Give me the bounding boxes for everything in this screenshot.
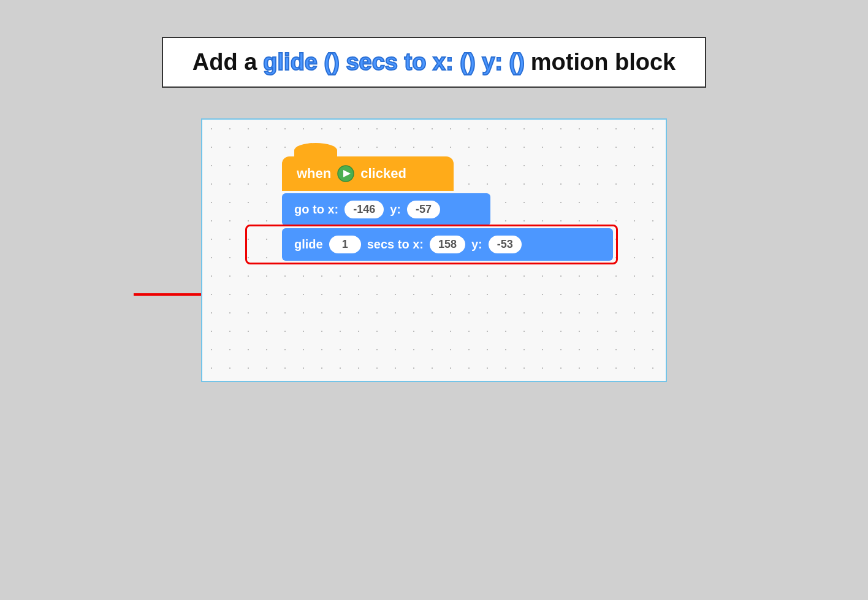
title-glide: glide () secs to x: () y: () [263, 49, 524, 75]
glide-block-wrapper: glide 1 secs to x: 158 y: -53 [282, 228, 613, 261]
glide-secs-to-label: secs to x: [367, 237, 424, 252]
scratch-panel: when clicked go to x: -146 y: -57 [201, 118, 667, 382]
title-prefix: Add a [192, 49, 257, 75]
goto-block: go to x: -146 y: -57 [282, 193, 490, 226]
glide-y-value: -53 [489, 236, 522, 253]
clicked-label: clicked [360, 166, 406, 182]
when-label: when [297, 166, 331, 182]
goto-label: go to x: [294, 202, 338, 217]
title-suffix: motion block [531, 49, 676, 75]
goto-y-label: y: [390, 202, 401, 217]
glide-block: glide 1 secs to x: 158 y: -53 [282, 228, 613, 261]
glide-y-label: y: [471, 237, 482, 252]
goto-x-value: -146 [345, 201, 384, 218]
glide-x-value: 158 [430, 236, 465, 253]
content-area: when clicked go to x: -146 y: -57 [0, 118, 868, 382]
title-box: Add a glide () secs to x: () y: () motio… [162, 37, 707, 88]
glide-secs-value: 1 [329, 236, 361, 253]
green-flag-icon [337, 165, 354, 182]
blocks-container: when clicked go to x: -146 y: -57 [282, 156, 613, 261]
goto-y-value: -57 [407, 201, 440, 218]
glide-label: glide [294, 237, 323, 252]
hat-block: when clicked [282, 156, 454, 191]
